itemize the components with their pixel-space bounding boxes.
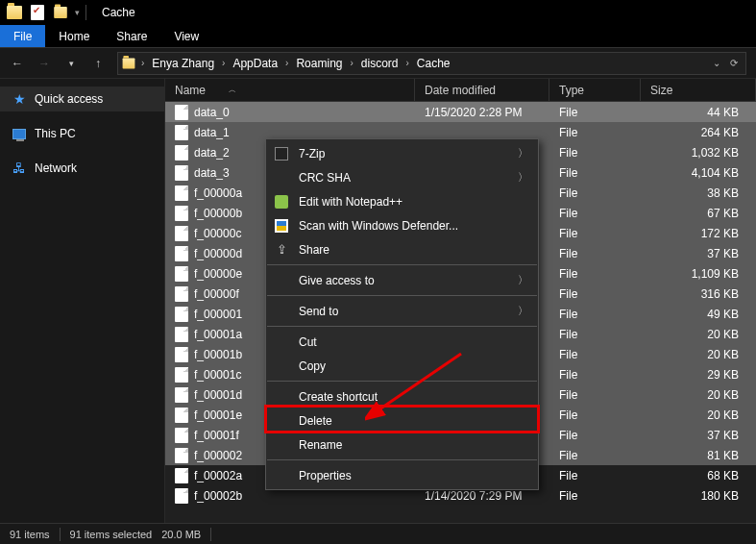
sidebar-item-this-pc[interactable]: This PC [0, 121, 164, 146]
file-size: 20 KB [641, 328, 756, 341]
file-type: File [549, 388, 641, 402]
ctx-crc[interactable]: CRC SHA 〉 [266, 165, 538, 189]
breadcrumb-seg-3[interactable]: discord [355, 53, 404, 74]
ctx-notepadpp[interactable]: Edit with Notepad++ [266, 189, 538, 213]
ctx-delete[interactable]: Delete [266, 408, 538, 433]
file-name: f_00001d [194, 388, 242, 402]
ctx-7zip[interactable]: 7-Zip 〉 [266, 141, 538, 165]
file-name: f_00001c [194, 368, 241, 382]
sidebar-label-net: Network [35, 161, 77, 175]
file-icon [175, 165, 188, 181]
file-row[interactable]: data_01/15/2020 2:28 PMFile44 KB [165, 102, 756, 122]
sort-ascending-icon: ︿ [229, 85, 236, 95]
file-date: 1/15/2020 2:28 PM [415, 106, 549, 119]
ctx-defender[interactable]: Scan with Windows Defender... [266, 213, 538, 237]
file-name: data_1 [194, 126, 230, 139]
breadcrumb-seg-0[interactable]: Enya Zhang [146, 53, 220, 74]
col-size[interactable]: Size [641, 79, 756, 101]
file-size: 81 KB [641, 449, 756, 462]
file-icon [175, 105, 188, 120]
star-icon: ★ [12, 91, 27, 107]
ctx-properties[interactable]: Properties [266, 463, 538, 487]
file-size: 20 KB [641, 348, 756, 361]
new-folder-qat-icon[interactable] [50, 2, 71, 23]
file-name: data_0 [194, 106, 230, 119]
file-type: File [549, 287, 641, 301]
breadcrumb-folder-icon[interactable] [120, 55, 137, 72]
forward-button[interactable]: → [33, 52, 56, 75]
ctx-copy[interactable]: Copy [266, 354, 538, 378]
file-type: File [549, 166, 641, 180]
file-icon [175, 307, 188, 322]
file-icon [175, 266, 188, 282]
file-icon [175, 145, 188, 161]
file-icon [175, 125, 188, 140]
properties-qat-icon[interactable] [27, 2, 48, 23]
file-date: 1/14/2020 7:29 PM [415, 489, 549, 503]
ctx-create-shortcut[interactable]: Create shortcut [266, 384, 538, 408]
ctx-send-to[interactable]: Send to 〉 [266, 299, 538, 323]
ctx-rename[interactable]: Rename [266, 433, 538, 457]
file-size: 1,109 KB [641, 267, 756, 281]
up-button[interactable]: ↑ [86, 52, 110, 75]
file-size: 29 KB [641, 368, 756, 382]
file-type: File [549, 267, 641, 281]
sidebar-item-network[interactable]: 🖧 Network [0, 156, 164, 181]
file-name: f_00000c [194, 227, 241, 240]
navigation-bar: ← → ▾ ↑ › Enya Zhang› AppData› Roaming› … [0, 48, 756, 79]
col-date[interactable]: Date modified [415, 79, 549, 101]
address-bar[interactable]: › Enya Zhang› AppData› Roaming› discord›… [117, 52, 746, 75]
tab-share[interactable]: Share [103, 25, 160, 47]
app-folder-icon[interactable] [4, 2, 25, 23]
network-icon: 🖧 [12, 161, 27, 176]
breadcrumb-seg-2[interactable]: Roaming [290, 53, 348, 74]
file-name: f_00000b [194, 207, 242, 220]
file-type: File [549, 328, 641, 341]
file-name: f_00000f [194, 287, 239, 301]
tab-file[interactable]: File [0, 25, 45, 47]
submenu-arrow-icon: 〉 [518, 273, 528, 287]
recent-locations-chevron-icon[interactable]: ▾ [60, 52, 83, 75]
file-name: f_00002a [194, 469, 242, 482]
file-size: 67 KB [641, 207, 756, 220]
file-icon [175, 327, 188, 342]
file-icon [175, 246, 188, 261]
file-icon [175, 408, 188, 423]
file-type: File [549, 489, 641, 503]
tab-view[interactable]: View [160, 25, 212, 47]
sidebar-label-pc: This PC [35, 127, 76, 140]
col-name[interactable]: Name︿ [165, 79, 415, 101]
file-type: File [549, 186, 641, 200]
navigation-pane: ★ Quick access This PC 🖧 Network [0, 79, 165, 523]
tab-home[interactable]: Home [45, 25, 103, 47]
back-button[interactable]: ← [6, 52, 29, 75]
file-name: f_00001e [194, 408, 242, 422]
qat-chevron-icon[interactable]: ▾ [75, 8, 80, 17]
status-selected: 91 items selected [70, 529, 153, 540]
file-size: 180 KB [641, 489, 756, 503]
file-type: File [549, 227, 641, 240]
ctx-share[interactable]: ⇪ Share [266, 237, 538, 261]
file-size: 172 KB [641, 227, 756, 240]
file-size: 44 KB [641, 106, 756, 119]
file-size: 20 KB [641, 408, 756, 422]
column-headers: Name︿ Date modified Type Size [165, 79, 756, 102]
file-name: data_3 [194, 166, 230, 180]
ctx-cut[interactable]: Cut [266, 330, 538, 354]
sidebar-item-quick-access[interactable]: ★ Quick access [0, 87, 164, 111]
file-name: f_00001f [194, 429, 239, 442]
submenu-arrow-icon: 〉 [518, 146, 528, 161]
address-dropdown-icon[interactable]: ⌄ [709, 56, 724, 70]
file-type: File [549, 449, 641, 462]
submenu-arrow-icon: 〉 [518, 304, 528, 318]
breadcrumb-seg-1[interactable]: AppData [227, 53, 283, 74]
seven-zip-icon [272, 144, 291, 163]
refresh-icon[interactable]: ⟳ [726, 56, 742, 70]
breadcrumb-root-chevron-icon[interactable]: › [139, 58, 146, 68]
file-icon [175, 226, 188, 241]
file-type: File [549, 408, 641, 422]
ctx-give-access[interactable]: Give access to 〉 [266, 268, 538, 292]
col-type[interactable]: Type [549, 79, 641, 101]
breadcrumb-seg-4[interactable]: Cache [411, 53, 456, 74]
file-size: 316 KB [641, 287, 756, 301]
